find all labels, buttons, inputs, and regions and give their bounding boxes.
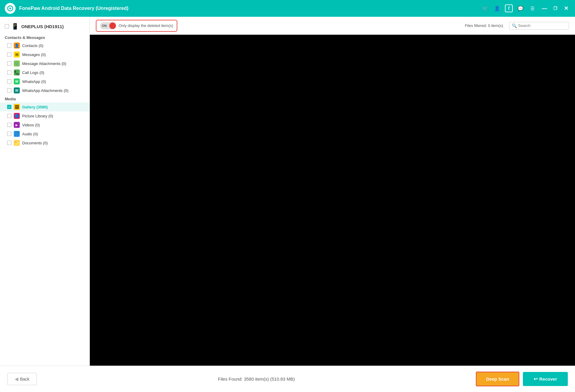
- call-logs-label: Call Logs (0): [22, 70, 44, 75]
- sidebar-item-gallery[interactable]: ✓ 🖼 Gallery (3580): [0, 102, 90, 111]
- category-contacts-messages: Contacts & Messages: [0, 34, 90, 41]
- back-button[interactable]: ◀ Back: [7, 373, 37, 385]
- deep-scan-button[interactable]: Deep Scan: [476, 372, 519, 386]
- bottom-bar: ◀ Back Files Found: 3580 item(s) (510.83…: [0, 366, 575, 392]
- toolbar: ON Only display the deleted item(s) File…: [90, 17, 575, 35]
- recover-icon: ↩: [534, 376, 538, 382]
- whatsapp-attachments-label: WhatsApp Attachments (0): [22, 88, 69, 93]
- content-area: [90, 35, 575, 366]
- message-attachments-label: Message Attachments (0): [22, 61, 66, 66]
- category-media: Media: [0, 95, 90, 102]
- facebook-icon[interactable]: f: [505, 4, 513, 12]
- picture-library-icon: 🔵: [14, 113, 20, 119]
- toggle-pill[interactable]: ON: [100, 22, 116, 29]
- call-logs-icon: 📞: [14, 69, 20, 75]
- minimize-button[interactable]: —: [540, 4, 549, 13]
- sidebar-item-message-attachments[interactable]: 📎 Message Attachments (0): [0, 59, 90, 68]
- sidebar-item-audio[interactable]: 🎵 Audio (0): [0, 129, 90, 138]
- close-button[interactable]: ✕: [562, 4, 570, 13]
- back-arrow-icon: ◀: [15, 376, 18, 382]
- sidebar: 📱 ONEPLUS (HD1911) Contacts & Messages 👤…: [0, 17, 90, 366]
- toggle-description: Only display the deleted item(s): [119, 23, 173, 28]
- app-title: FonePaw Android Data Recovery (Unregiste…: [19, 6, 481, 11]
- search-icon: 🔍: [512, 23, 517, 28]
- whatsapp-attachments-icon: W: [14, 87, 20, 93]
- toggle-circle: [109, 22, 116, 29]
- recover-label: Recover: [539, 376, 557, 382]
- sidebar-item-videos[interactable]: ▶ Videos (0): [0, 120, 90, 129]
- contacts-icon: 👤: [14, 43, 20, 49]
- back-label: Back: [20, 377, 29, 382]
- main-content: 📱 ONEPLUS (HD1911) Contacts & Messages 👤…: [0, 17, 575, 366]
- documents-icon: 📁: [14, 140, 20, 146]
- window-controls: — ❐ ✕: [540, 4, 570, 13]
- gallery-label: Gallery (3580): [22, 105, 48, 109]
- picture-library-label: Picture Library (0): [22, 114, 53, 118]
- audio-checkbox[interactable]: [7, 132, 11, 136]
- device-checkbox[interactable]: [5, 24, 9, 28]
- search-input[interactable]: [518, 23, 566, 28]
- audio-icon: 🎵: [14, 131, 20, 137]
- toggle-on-label: ON: [102, 24, 107, 28]
- whatsapp-icon: W: [14, 78, 20, 84]
- call-logs-checkbox[interactable]: [7, 70, 11, 75]
- sidebar-item-whatsapp[interactable]: W WhatsApp (0): [0, 77, 90, 86]
- sidebar-item-whatsapp-attachments[interactable]: W WhatsApp Attachments (0): [0, 86, 90, 95]
- documents-checkbox[interactable]: [7, 141, 11, 145]
- sidebar-item-contacts[interactable]: 👤 Contacts (0): [0, 41, 90, 50]
- titlebar: FonePaw Android Data Recovery (Unregiste…: [0, 0, 575, 17]
- videos-checkbox[interactable]: [7, 123, 11, 127]
- files-found: Files Found: 3580 item(s) (510.83 MB): [37, 376, 476, 382]
- sidebar-item-documents[interactable]: 📁 Documents (0): [0, 138, 90, 147]
- user-icon[interactable]: 👤: [493, 4, 501, 13]
- gallery-icon: 🖼: [14, 104, 20, 110]
- menu-icon[interactable]: ☰: [528, 4, 537, 13]
- sidebar-item-picture-library[interactable]: 🔵 Picture Library (0): [0, 111, 90, 120]
- whatsapp-label: WhatsApp (0): [22, 79, 46, 84]
- chat-icon[interactable]: 💬: [516, 4, 525, 13]
- messages-icon: ✉: [14, 52, 20, 57]
- messages-label: Messages (0): [22, 52, 46, 57]
- recover-button[interactable]: ↩ Recover: [523, 372, 568, 386]
- cart-icon[interactable]: 🛒: [481, 4, 489, 13]
- whatsapp-attachments-checkbox[interactable]: [7, 88, 11, 93]
- whatsapp-checkbox[interactable]: [7, 79, 11, 84]
- message-attachments-icon: 📎: [14, 60, 20, 66]
- videos-icon: ▶: [14, 122, 20, 128]
- messages-checkbox[interactable]: [7, 52, 11, 57]
- contacts-checkbox[interactable]: [7, 43, 11, 48]
- sidebar-item-messages[interactable]: ✉ Messages (0): [0, 50, 90, 59]
- device-name: ONEPLUS (HD1911): [21, 24, 64, 29]
- gallery-checkbox[interactable]: ✓: [7, 105, 11, 109]
- titlebar-icons: 🛒 👤 f 💬 ☰: [481, 4, 537, 13]
- picture-library-checkbox[interactable]: [7, 114, 11, 118]
- device-header: 📱 ONEPLUS (HD1911): [0, 20, 90, 34]
- maximize-button[interactable]: ❐: [551, 4, 559, 13]
- videos-label: Videos (0): [22, 123, 40, 127]
- right-panel: ON Only display the deleted item(s) File…: [90, 17, 575, 366]
- filter-info: Files filtered: 0 item(s): [465, 23, 503, 28]
- app-logo: [5, 3, 16, 14]
- sidebar-item-call-logs[interactable]: 📞 Call Logs (0): [0, 68, 90, 77]
- toggle-section[interactable]: ON Only display the deleted item(s): [96, 20, 177, 32]
- message-attachments-checkbox[interactable]: [7, 61, 11, 66]
- device-icon: 📱: [11, 23, 19, 30]
- search-box[interactable]: 🔍: [509, 22, 569, 30]
- contacts-label: Contacts (0): [22, 43, 43, 48]
- documents-label: Documents (0): [22, 141, 48, 145]
- audio-label: Audio (0): [22, 132, 38, 136]
